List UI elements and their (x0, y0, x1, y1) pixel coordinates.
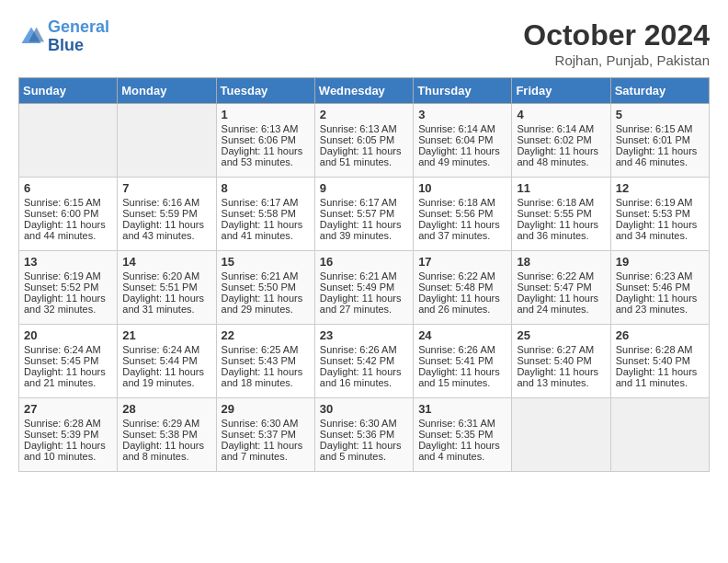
sunrise: Sunrise: 6:28 AM (24, 418, 101, 429)
col-header-saturday: Saturday (610, 78, 709, 104)
sunset: Sunset: 5:45 PM (24, 355, 98, 366)
calendar-cell (19, 104, 118, 178)
calendar-cell: 19 Sunrise: 6:23 AM Sunset: 5:46 PM Dayl… (610, 251, 709, 325)
sunrise: Sunrise: 6:24 AM (122, 344, 199, 355)
sunset: Sunset: 5:57 PM (320, 208, 394, 219)
sunset: Sunset: 5:52 PM (24, 282, 98, 293)
calendar-cell: 29 Sunrise: 6:30 AM Sunset: 5:37 PM Dayl… (216, 398, 314, 472)
calendar-cell: 8 Sunrise: 6:17 AM Sunset: 5:58 PM Dayli… (216, 178, 314, 251)
day-number: 25 (517, 328, 605, 342)
calendar-table: SundayMondayTuesdayWednesdayThursdayFrid… (18, 77, 710, 472)
sunset: Sunset: 6:05 PM (320, 134, 394, 145)
sunrise: Sunrise: 6:18 AM (418, 197, 495, 208)
sunrise: Sunrise: 6:23 AM (616, 270, 693, 282)
day-number: 31 (418, 402, 506, 416)
week-row: 1 Sunrise: 6:13 AM Sunset: 6:06 PM Dayli… (19, 104, 710, 178)
sunset: Sunset: 5:51 PM (122, 282, 197, 293)
week-row: 13 Sunrise: 6:19 AM Sunset: 5:52 PM Dayl… (19, 251, 710, 325)
day-number: 11 (517, 181, 605, 195)
sunset: Sunset: 5:39 PM (24, 429, 98, 440)
sunrise: Sunrise: 6:17 AM (222, 197, 299, 208)
sunset: Sunset: 5:36 PM (320, 429, 394, 440)
sunset: Sunset: 5:56 PM (418, 208, 493, 219)
logo: General Blue (18, 18, 109, 55)
daylight: Daylight: 11 hours and 23 minutes. (616, 293, 698, 315)
daylight: Daylight: 11 hours and 53 minutes. (222, 145, 303, 167)
calendar-cell (610, 398, 709, 472)
day-number: 22 (222, 328, 310, 342)
day-number: 24 (418, 328, 506, 342)
day-number: 13 (24, 255, 112, 269)
sunrise: Sunrise: 6:31 AM (418, 418, 495, 429)
sunrise: Sunrise: 6:30 AM (320, 418, 397, 429)
day-number: 29 (222, 402, 310, 416)
sunset: Sunset: 5:38 PM (122, 429, 197, 440)
day-number: 28 (122, 402, 210, 416)
calendar-cell: 4 Sunrise: 6:14 AM Sunset: 6:02 PM Dayli… (512, 104, 610, 178)
day-number: 10 (418, 181, 506, 195)
daylight: Daylight: 11 hours and 24 minutes. (517, 293, 598, 315)
day-number: 17 (418, 255, 506, 269)
sunrise: Sunrise: 6:21 AM (222, 270, 299, 282)
daylight: Daylight: 11 hours and 4 minutes. (418, 440, 500, 462)
month-title: October 2024 (523, 18, 710, 52)
sunrise: Sunrise: 6:19 AM (616, 197, 693, 208)
daylight: Daylight: 11 hours and 51 minutes. (320, 145, 402, 167)
sunrise: Sunrise: 6:21 AM (320, 270, 397, 282)
sunset: Sunset: 5:46 PM (616, 282, 690, 293)
day-number: 27 (24, 402, 112, 416)
sunrise: Sunrise: 6:25 AM (222, 344, 299, 355)
day-number: 6 (24, 181, 112, 195)
calendar-cell: 31 Sunrise: 6:31 AM Sunset: 5:35 PM Dayl… (414, 398, 512, 472)
sunrise: Sunrise: 6:16 AM (122, 197, 199, 208)
day-number: 7 (122, 181, 210, 195)
sunset: Sunset: 5:50 PM (222, 282, 296, 293)
sunrise: Sunrise: 6:26 AM (418, 344, 495, 355)
sunset: Sunset: 6:04 PM (418, 134, 493, 145)
daylight: Daylight: 11 hours and 32 minutes. (24, 293, 106, 315)
daylight: Daylight: 11 hours and 34 minutes. (616, 219, 698, 241)
daylight: Daylight: 11 hours and 46 minutes. (616, 145, 698, 167)
calendar-cell: 24 Sunrise: 6:26 AM Sunset: 5:41 PM Dayl… (414, 325, 512, 398)
daylight: Daylight: 11 hours and 7 minutes. (222, 440, 303, 462)
calendar-cell: 6 Sunrise: 6:15 AM Sunset: 6:00 PM Dayli… (19, 178, 118, 251)
calendar-cell: 25 Sunrise: 6:27 AM Sunset: 5:40 PM Dayl… (512, 325, 610, 398)
calendar-cell: 1 Sunrise: 6:13 AM Sunset: 6:06 PM Dayli… (216, 104, 314, 178)
sunrise: Sunrise: 6:24 AM (24, 344, 101, 355)
sunrise: Sunrise: 6:18 AM (517, 197, 594, 208)
title-block: October 2024 Rojhan, Punjab, Pakistan (523, 18, 710, 68)
sunrise: Sunrise: 6:13 AM (320, 123, 397, 134)
sunrise: Sunrise: 6:15 AM (616, 123, 693, 134)
sunset: Sunset: 5:53 PM (616, 208, 690, 219)
calendar-cell: 21 Sunrise: 6:24 AM Sunset: 5:44 PM Dayl… (118, 325, 216, 398)
day-number: 21 (122, 328, 210, 342)
calendar-cell: 10 Sunrise: 6:18 AM Sunset: 5:56 PM Dayl… (414, 178, 512, 251)
week-row: 20 Sunrise: 6:24 AM Sunset: 5:45 PM Dayl… (19, 325, 710, 398)
sunset: Sunset: 5:42 PM (320, 355, 394, 366)
col-header-sunday: Sunday (19, 78, 118, 104)
location-subtitle: Rojhan, Punjab, Pakistan (523, 52, 710, 68)
day-number: 16 (320, 255, 408, 269)
daylight: Daylight: 11 hours and 48 minutes. (517, 145, 598, 167)
week-row: 6 Sunrise: 6:15 AM Sunset: 6:00 PM Dayli… (19, 178, 710, 251)
calendar-cell (118, 104, 216, 178)
sunrise: Sunrise: 6:17 AM (320, 197, 397, 208)
daylight: Daylight: 11 hours and 15 minutes. (418, 366, 500, 388)
calendar-cell: 7 Sunrise: 6:16 AM Sunset: 5:59 PM Dayli… (118, 178, 216, 251)
sunset: Sunset: 6:00 PM (24, 208, 98, 219)
sunrise: Sunrise: 6:19 AM (24, 270, 101, 282)
daylight: Daylight: 11 hours and 36 minutes. (517, 219, 598, 241)
sunset: Sunset: 5:48 PM (418, 282, 493, 293)
daylight: Daylight: 11 hours and 16 minutes. (320, 366, 402, 388)
calendar-cell: 23 Sunrise: 6:26 AM Sunset: 5:42 PM Dayl… (314, 325, 413, 398)
daylight: Daylight: 11 hours and 10 minutes. (24, 440, 106, 462)
col-header-monday: Monday (118, 78, 216, 104)
logo-icon (18, 24, 44, 50)
sunrise: Sunrise: 6:22 AM (517, 270, 594, 282)
calendar-cell: 13 Sunrise: 6:19 AM Sunset: 5:52 PM Dayl… (19, 251, 118, 325)
sunset: Sunset: 5:55 PM (517, 208, 591, 219)
sunrise: Sunrise: 6:28 AM (616, 344, 693, 355)
calendar-cell: 30 Sunrise: 6:30 AM Sunset: 5:36 PM Dayl… (314, 398, 413, 472)
day-number: 12 (616, 181, 704, 195)
col-header-tuesday: Tuesday (216, 78, 314, 104)
